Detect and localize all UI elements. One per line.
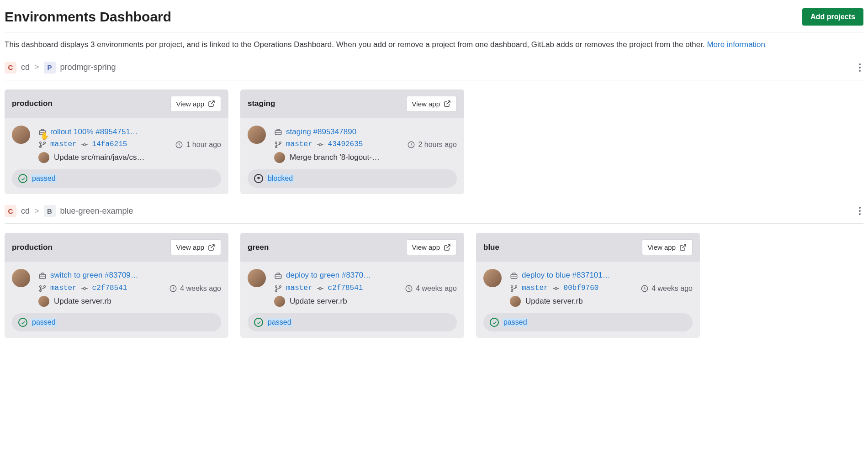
pipeline-status[interactable]: blocked xyxy=(248,169,457,188)
job-link[interactable]: rollout 100% #8954751… xyxy=(50,126,138,139)
deploy-info: deploy to blue #837101… master 00bf9760 … xyxy=(510,269,693,308)
view-app-label: View app xyxy=(412,243,440,251)
breadcrumb-separator: > xyxy=(34,206,39,216)
time-ago: 4 weeks ago xyxy=(405,282,457,294)
svg-point-3 xyxy=(40,142,42,144)
group-name[interactable]: cd xyxy=(21,63,30,72)
job-link[interactable]: staging #895347890 xyxy=(286,126,356,139)
deploy-info: rollout 100% #8954751… master 14fa6215 1… xyxy=(38,126,221,164)
time-text: 4 weeks ago xyxy=(416,282,457,294)
pipeline-status[interactable]: passed xyxy=(12,313,221,331)
group-name[interactable]: cd xyxy=(21,206,30,216)
deploy-info: staging #895347890 master 43492635 2 hou… xyxy=(274,126,457,164)
time-text: 2 hours ago xyxy=(418,138,457,151)
clock-icon xyxy=(640,284,649,293)
external-link-icon xyxy=(208,244,215,251)
deployer-avatar[interactable] xyxy=(12,269,30,287)
environment-body: staging #895347890 master 43492635 2 hou… xyxy=(240,118,464,170)
commit-author-avatar[interactable] xyxy=(274,296,285,307)
view-app-label: View app xyxy=(648,243,676,251)
commit-icon xyxy=(80,141,89,149)
svg-rect-21 xyxy=(39,274,46,279)
commit-message[interactable]: Merge branch '8-logout-… xyxy=(290,151,380,164)
group-avatar: C xyxy=(5,62,16,74)
svg-point-36 xyxy=(319,288,321,290)
group-avatar: C xyxy=(5,205,16,217)
clock-icon xyxy=(175,141,183,149)
pipeline-status[interactable]: passed xyxy=(12,169,221,188)
commit-message[interactable]: Update server.rb xyxy=(525,295,583,308)
svg-point-23 xyxy=(40,286,42,288)
deployer-avatar[interactable] xyxy=(248,269,266,287)
environment-name[interactable]: blue xyxy=(483,243,499,252)
environment-card: green View app deploy to green #8370… ma… xyxy=(240,233,464,338)
svg-point-16 xyxy=(319,144,321,146)
project-menu-button[interactable] xyxy=(856,204,863,218)
job-link[interactable]: deploy to blue #837101… xyxy=(522,269,610,282)
commit-author-avatar[interactable] xyxy=(38,152,49,163)
environment-name[interactable]: production xyxy=(12,99,53,108)
view-app-button[interactable]: View app xyxy=(406,96,457,112)
more-information-link[interactable]: More information xyxy=(707,40,765,49)
deployer-avatar[interactable] xyxy=(483,269,502,287)
project-section: C cd > P prodmgr-spring production View … xyxy=(5,61,863,194)
view-app-button[interactable]: View app xyxy=(406,239,457,255)
page-title: Environments Dashboard xyxy=(5,9,171,25)
job-link[interactable]: switch to green #83709… xyxy=(50,269,138,282)
breadcrumb[interactable]: C cd > P prodmgr-spring xyxy=(5,62,116,74)
job-link[interactable]: deploy to green #8370… xyxy=(286,269,371,282)
svg-point-45 xyxy=(515,286,517,288)
time-text: 1 hour ago xyxy=(186,138,221,151)
deployer-avatar[interactable] xyxy=(12,126,30,144)
time-ago: 4 weeks ago xyxy=(640,282,693,294)
project-avatar: B xyxy=(44,205,56,217)
commit-message[interactable]: Update server.rb xyxy=(290,295,347,308)
commit-message[interactable]: Update server.rb xyxy=(54,295,111,308)
branch-link[interactable]: master xyxy=(522,282,548,294)
branch-link[interactable]: master xyxy=(50,138,77,151)
project-name[interactable]: prodmgr-spring xyxy=(60,63,116,72)
pipeline-status[interactable]: passed xyxy=(483,313,693,331)
branch-link[interactable]: master xyxy=(286,282,312,294)
commit-sha-link[interactable]: c2f78541 xyxy=(92,282,127,294)
environment-body: deploy to green #8370… master c2f78541 4… xyxy=(240,262,464,313)
time-ago: 4 weeks ago xyxy=(169,282,221,294)
environment-card: production View app rollout 100% #895475… xyxy=(5,89,228,194)
environment-card: blue View app deploy to blue #837101… ma… xyxy=(476,233,700,338)
toolbox-icon xyxy=(510,272,518,280)
commit-sha-link[interactable]: c2f78541 xyxy=(328,282,363,294)
add-projects-button[interactable]: Add projects xyxy=(802,8,863,26)
branch-link[interactable]: master xyxy=(50,282,77,294)
deployer-avatar[interactable] xyxy=(248,126,266,144)
environment-card-header: staging View app xyxy=(240,89,464,118)
view-app-button[interactable]: View app xyxy=(170,96,221,112)
commit-sha-link[interactable]: 43492635 xyxy=(328,138,363,151)
project-name[interactable]: blue-green-example xyxy=(60,206,133,216)
breadcrumb[interactable]: C cd > B blue-green-example xyxy=(5,205,133,217)
view-app-button[interactable]: View app xyxy=(170,239,221,255)
project-menu-button[interactable] xyxy=(856,61,863,74)
environment-card-header: production View app xyxy=(5,89,228,118)
svg-line-10 xyxy=(447,101,450,104)
view-app-button[interactable]: View app xyxy=(642,239,693,255)
breadcrumb-separator: > xyxy=(34,63,39,72)
svg-rect-1 xyxy=(39,131,46,135)
environment-card-header: blue View app xyxy=(476,233,700,262)
commit-author-avatar[interactable] xyxy=(510,296,521,307)
commit-sha-link[interactable]: 14fa6215 xyxy=(92,138,127,151)
commit-message[interactable]: Update src/main/java/cs… xyxy=(54,151,144,164)
environment-name[interactable]: green xyxy=(248,243,269,252)
svg-point-13 xyxy=(275,142,277,144)
pipeline-status[interactable]: passed xyxy=(248,313,457,331)
environment-name[interactable]: staging xyxy=(248,99,275,108)
status-text: passed xyxy=(503,318,528,327)
project-header: C cd > B blue-green-example xyxy=(5,204,863,224)
commit-author-avatar[interactable] xyxy=(274,152,285,163)
environment-card-header: production View app xyxy=(5,233,228,262)
svg-line-0 xyxy=(211,101,214,104)
commit-sha-link[interactable]: 00bf9760 xyxy=(564,282,599,294)
commit-author-avatar[interactable] xyxy=(38,296,49,307)
environment-name[interactable]: production xyxy=(12,243,53,252)
branch-link[interactable]: master xyxy=(286,138,312,151)
svg-point-5 xyxy=(44,142,46,144)
